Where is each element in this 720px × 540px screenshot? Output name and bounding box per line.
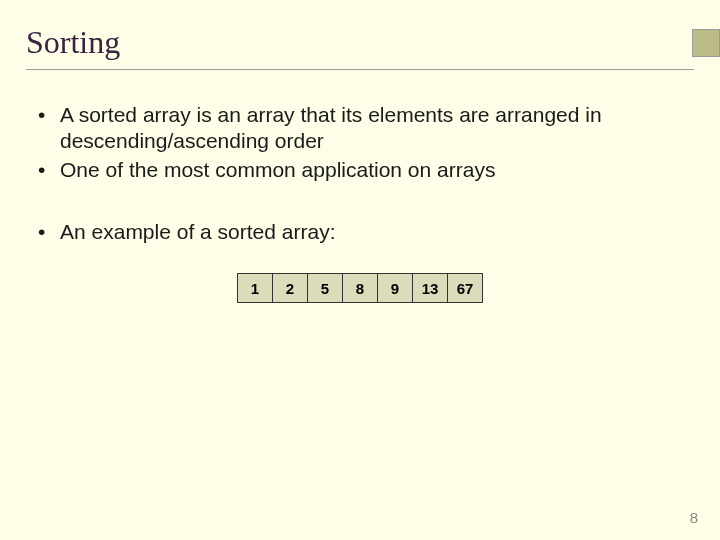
corner-accent-box: [692, 29, 720, 57]
array-cell: 1: [237, 273, 273, 303]
array-cell: 67: [447, 273, 483, 303]
page-number: 8: [690, 509, 698, 526]
bullet-item: One of the most common application on ar…: [38, 157, 682, 183]
array-cell: 9: [377, 273, 413, 303]
array-cell: 8: [342, 273, 378, 303]
sorted-array-example: 1 2 5 8 9 13 67: [38, 273, 682, 303]
slide-title: Sorting: [0, 0, 720, 61]
bullet-list-b: An example of a sorted array:: [38, 219, 682, 245]
array-cell: 2: [272, 273, 308, 303]
bullet-item: An example of a sorted array:: [38, 219, 682, 245]
bullet-list-a: A sorted array is an array that its elem…: [38, 102, 682, 183]
array-cell: 13: [412, 273, 448, 303]
bullet-item: A sorted array is an array that its elem…: [38, 102, 682, 155]
array-cell: 5: [307, 273, 343, 303]
slide-content: A sorted array is an array that its elem…: [0, 70, 720, 303]
